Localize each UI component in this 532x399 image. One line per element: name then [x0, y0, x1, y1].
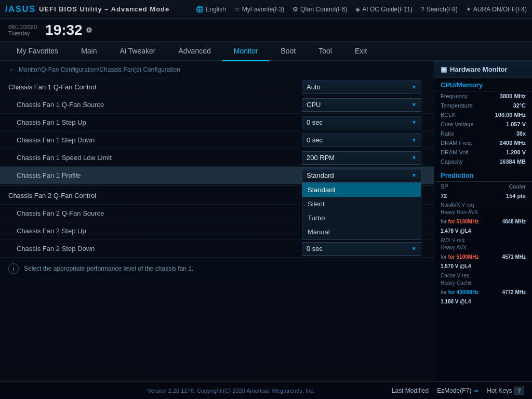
capacity-value: 16384 MB	[499, 158, 526, 165]
main-content: ← Monitor\Q-Fan Configuration\Chassis Fa…	[0, 61, 532, 381]
fan1-stepup-label: Chassis Fan 1 Step Up	[8, 118, 302, 126]
heavy-cache-label: Heavy Cache	[441, 280, 526, 287]
fan2-stepdown-value[interactable]: 0 sec ▼	[302, 242, 425, 256]
config-row-fan2-stepdown: Chassis Fan 2 Step Down 0 sec ▼	[0, 240, 434, 258]
capacity-label: Capacity	[441, 158, 463, 165]
fan1-lowlimit-dropdown[interactable]: 200 RPM ▼	[302, 151, 421, 165]
search-label: Search(F9)	[427, 6, 458, 13]
tab-advanced[interactable]: Advanced	[167, 42, 222, 61]
fan1-profile-dropdown[interactable]: Standard ▼	[302, 169, 421, 182]
fan1-stepup-dropdown[interactable]: 0 sec ▼	[302, 116, 421, 129]
tab-tool[interactable]: Tool	[307, 42, 343, 61]
bclk-value: 100.00 MHz	[495, 112, 526, 118]
temp-label: Temperature	[441, 102, 473, 109]
fan1-profile-label: Chassis Fan 1 Profile	[8, 171, 302, 179]
hw-row-sp-vals: 72 154 pts	[434, 191, 532, 201]
dramvolt-label: DRAM Volt.	[441, 149, 470, 155]
freq-value: 3800 MHz	[500, 93, 526, 99]
tab-ai-tweaker[interactable]: Ai Tweaker	[108, 42, 167, 61]
avx-label: AVX V req	[441, 237, 526, 244]
dramfreq-label: DRAM Freq.	[441, 140, 472, 146]
nonavx-val-row: 1.478 V @L4	[434, 227, 532, 236]
qfan-label: Qfan Control(F6)	[300, 6, 347, 13]
fan2-stepdown-dropdown[interactable]: 0 sec ▼	[302, 242, 421, 256]
qfan-btn[interactable]: ⚙ Qfan Control(F6)	[292, 6, 347, 13]
date-display: 08/11/2020 Tuesday	[8, 24, 37, 36]
globe-icon: 🌐	[196, 6, 204, 13]
profile-option-manual[interactable]: Manual	[302, 225, 421, 239]
profile-option-standard[interactable]: Standard	[302, 183, 421, 197]
hotkeys-btn[interactable]: Hot Keys ?	[487, 387, 524, 395]
cache-label: Cache V req	[441, 272, 526, 280]
fan1-stepdown-value[interactable]: 0 sec ▼	[302, 134, 425, 147]
asus-text: /ASUS	[5, 5, 36, 14]
ezmode-btn[interactable]: EzMode(F7) ⇒	[437, 387, 478, 394]
info-icon: i	[8, 263, 19, 274]
fan1-stepdown-selected: 0 sec	[307, 136, 323, 144]
corevolt-value: 1.057 V	[506, 121, 526, 127]
fan1-control-value[interactable]: Auto ▼	[302, 81, 425, 94]
aura-icon: ✦	[466, 6, 471, 13]
fan1-stepdown-dropdown[interactable]: 0 sec ▼	[302, 134, 421, 147]
cache-for: for 4300MHz	[448, 289, 478, 295]
time-text: 19:32	[45, 22, 83, 38]
fan1-stepdown-label: Chassis Fan 1 Step Down	[8, 136, 302, 144]
language-selector[interactable]: 🌐 English	[196, 6, 226, 13]
tab-main[interactable]: Main	[70, 42, 108, 61]
cache-row: Cache V req Heavy Cache	[434, 271, 532, 288]
fan1-profile-value[interactable]: Standard ▼ Standard Silent Turbo Manual	[302, 169, 425, 182]
hw-row-dramvolt: DRAM Volt. 1.200 V	[434, 148, 532, 157]
fan-icon: ⚙	[292, 6, 298, 13]
fan1-source-value[interactable]: CPU ▼	[302, 98, 425, 112]
hw-row-capacity: Capacity 16384 MB	[434, 157, 532, 166]
fan1-lowlimit-label: Chassis Fan 1 Speed Low Limit	[8, 154, 302, 162]
profile-option-turbo[interactable]: Turbo	[302, 211, 421, 225]
cache-value: 1.180 V @L4	[441, 299, 471, 304]
nonavx-label: NonAVX V req	[441, 202, 526, 209]
ai-oc-btn[interactable]: ◈ AI OC Guide(F11)	[355, 6, 413, 13]
clock-settings-icon[interactable]: ⚙	[86, 26, 92, 34]
tab-boot[interactable]: Boot	[269, 42, 307, 61]
fan1-stepup-selected: 0 sec	[307, 118, 323, 126]
config-row-fan1-source: Chassis Fan 1 Q-Fan Source CPU ▼	[0, 96, 434, 114]
heavy-avx-label: Heavy AVX	[441, 244, 526, 251]
right-panel: ▣ Hardware Monitor CPU/Memory Frequency …	[434, 61, 532, 381]
tab-exit[interactable]: Exit	[343, 42, 378, 61]
ezmode-label: EzMode(F7)	[437, 387, 471, 394]
last-modified-btn[interactable]: Last Modified	[392, 387, 429, 394]
sp-value: 72	[441, 193, 447, 199]
aura-btn[interactable]: ✦ AURA ON/OFF(F4)	[466, 6, 527, 13]
tab-my-favorites[interactable]: My Favorites	[5, 42, 70, 61]
ai-label: AI OC Guide(F11)	[362, 6, 413, 13]
back-arrow-icon[interactable]: ←	[8, 65, 16, 74]
nonavx-value: 1.478 V @L4	[441, 228, 471, 234]
version-text: Version 2.20.1276. Copyright (C) 2020 Am…	[71, 388, 392, 394]
fan2-stepdown-label: Chassis Fan 2 Step Down	[8, 245, 302, 252]
dropdown-arrow5-icon: ▼	[411, 155, 417, 161]
search-btn[interactable]: ? Search(F9)	[421, 6, 458, 13]
breadcrumb-text: Monitor\Q-Fan Configuration\Chassis Fan(…	[19, 66, 180, 73]
fan1-source-dropdown[interactable]: CPU ▼	[302, 98, 421, 112]
breadcrumb: ← Monitor\Q-Fan Configuration\Chassis Fa…	[0, 61, 434, 78]
fan1-stepup-value[interactable]: 0 sec ▼	[302, 116, 425, 129]
config-row-fan1-control: Chassis Fan 1 Q-Fan Control Auto ▼	[0, 78, 434, 96]
cooler-value: 154 pts	[506, 193, 526, 199]
fan1-lowlimit-value[interactable]: 200 RPM ▼	[302, 151, 425, 165]
avx-val-row: 1.570 V @L4	[434, 262, 532, 271]
nonavx-for-row: for for 5100MHz 4848 MHz	[434, 217, 532, 227]
ezmode-arrow-icon: ⇒	[473, 387, 478, 394]
freq-label: Frequency	[441, 93, 468, 99]
fan1-control-dropdown[interactable]: Auto ▼	[302, 81, 421, 94]
heavy-cache-value: 4772 MHz	[502, 289, 526, 296]
profile-option-silent[interactable]: Silent	[302, 197, 421, 211]
top-bar: /ASUS UEFI BIOS Utility – Advanced Mode …	[0, 0, 532, 19]
hw-row-corevolt: Core Voltage 1.057 V	[434, 119, 532, 129]
sp-label: SP	[441, 183, 448, 190]
fan2-control-label: Chassis Fan 2 Q-Fan Control	[8, 192, 302, 200]
avx-for-row: for for 5100MHz 4571 MHz	[434, 252, 532, 262]
tab-monitor[interactable]: Monitor	[222, 42, 270, 61]
bottom-bar: Version 2.20.1276. Copyright (C) 2020 Am…	[0, 381, 532, 399]
hotkeys-badge: ?	[514, 387, 524, 395]
myfavorite-btn[interactable]: ☆ MyFavorite(F3)	[234, 6, 284, 13]
hw-row-freq: Frequency 3800 MHz	[434, 91, 532, 101]
